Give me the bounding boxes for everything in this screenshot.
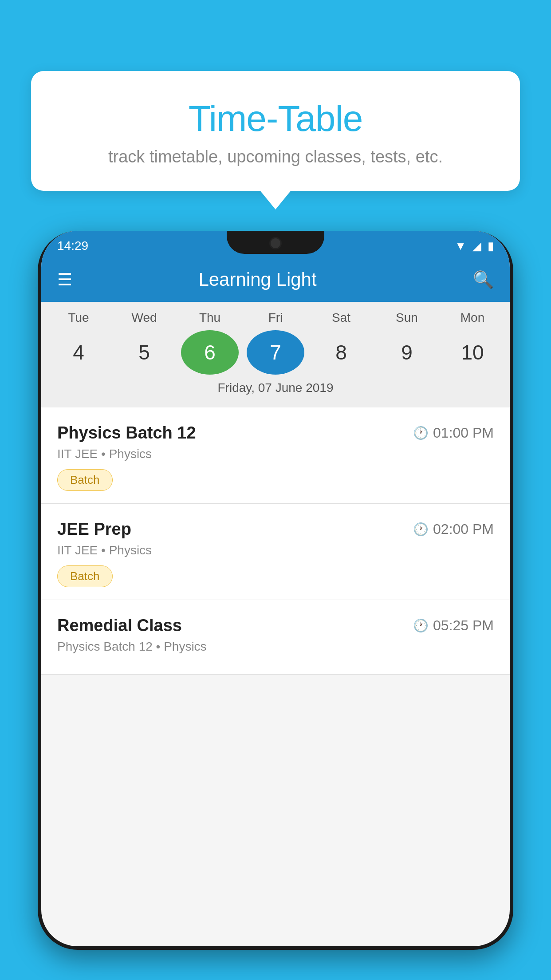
calendar-strip: Tue Wed Thu Fri Sat Sun Mon 4 5 6 7 8 9 … [41, 302, 510, 407]
date-row: 4 5 6 7 8 9 10 [46, 330, 505, 375]
schedule-item-2-title: JEE Prep [57, 520, 131, 539]
phone-frame: 14:29 ▼ ◢ ▮ ☰ Learning Light 🔍 Tu [38, 231, 513, 950]
day-fri: Fri [247, 311, 304, 325]
status-icons: ▼ ◢ ▮ [455, 239, 494, 253]
phone-camera [269, 237, 282, 249]
date-10[interactable]: 10 [444, 330, 501, 375]
signal-icon: ◢ [472, 239, 481, 253]
day-sun: Sun [378, 311, 436, 325]
hamburger-icon[interactable]: ☰ [57, 271, 72, 288]
batch-badge-2: Batch [57, 565, 113, 587]
search-icon[interactable]: 🔍 [473, 270, 494, 289]
schedule-item-2-subtitle: IIT JEE • Physics [57, 543, 494, 557]
schedule-item-2[interactable]: JEE Prep 🕐 02:00 PM IIT JEE • Physics Ba… [41, 504, 510, 600]
schedule-item-1-time-text: 01:00 PM [433, 425, 494, 441]
schedule-item-3-subtitle: Physics Batch 12 • Physics [57, 640, 494, 654]
phone-screen: 14:29 ▼ ◢ ▮ ☰ Learning Light 🔍 Tu [41, 231, 510, 946]
schedule-item-3-time: 🕐 05:25 PM [413, 617, 494, 634]
schedule-item-2-header: JEE Prep 🕐 02:00 PM [57, 520, 494, 539]
day-sat: Sat [312, 311, 370, 325]
wifi-icon: ▼ [455, 239, 466, 253]
clock-icon-1: 🕐 [413, 426, 429, 440]
date-7-selected[interactable]: 7 [247, 330, 304, 375]
date-9[interactable]: 9 [378, 330, 436, 375]
schedule-item-3-time-text: 05:25 PM [433, 617, 494, 634]
power-button-top [510, 399, 513, 435]
schedule-item-1[interactable]: Physics Batch 12 🕐 01:00 PM IIT JEE • Ph… [41, 407, 510, 504]
date-5[interactable]: 5 [115, 330, 173, 375]
day-tue: Tue [50, 311, 107, 325]
date-4[interactable]: 4 [50, 330, 107, 375]
batch-badge-1: Batch [57, 469, 113, 491]
clock-icon-2: 🕐 [413, 522, 429, 537]
power-button-bottom [510, 448, 513, 484]
clock-icon-3: 🕐 [413, 618, 429, 633]
schedule-item-3-header: Remedial Class 🕐 05:25 PM [57, 616, 494, 635]
schedule-item-3-title: Remedial Class [57, 616, 182, 635]
app-bar: ☰ Learning Light 🔍 [41, 257, 510, 302]
schedule-item-3[interactable]: Remedial Class 🕐 05:25 PM Physics Batch … [41, 600, 510, 675]
bubble-subtitle: track timetable, upcoming classes, tests… [53, 147, 498, 166]
battery-icon: ▮ [488, 239, 494, 253]
phone-wrapper: 14:29 ▼ ◢ ▮ ☰ Learning Light 🔍 Tu [38, 231, 513, 980]
day-mon: Mon [444, 311, 501, 325]
schedule-item-1-subtitle: IIT JEE • Physics [57, 447, 494, 461]
date-6-today[interactable]: 6 [181, 330, 239, 375]
day-row: Tue Wed Thu Fri Sat Sun Mon [46, 311, 505, 325]
day-wed: Wed [115, 311, 173, 325]
status-time: 14:29 [57, 239, 88, 253]
schedule-item-2-time-text: 02:00 PM [433, 521, 494, 537]
schedule-item-2-time: 🕐 02:00 PM [413, 521, 494, 537]
date-8[interactable]: 8 [312, 330, 370, 375]
speech-bubble: Time-Table track timetable, upcoming cla… [31, 71, 520, 191]
bubble-title: Time-Table [53, 98, 498, 139]
schedule-list: Physics Batch 12 🕐 01:00 PM IIT JEE • Ph… [41, 407, 510, 675]
selected-date-label: Friday, 07 June 2019 [46, 375, 505, 403]
volume-button [38, 435, 41, 470]
schedule-item-1-title: Physics Batch 12 [57, 423, 196, 443]
phone-notch [227, 231, 324, 254]
schedule-item-1-time: 🕐 01:00 PM [413, 425, 494, 441]
day-thu: Thu [181, 311, 239, 325]
schedule-item-1-header: Physics Batch 12 🕐 01:00 PM [57, 423, 494, 443]
app-bar-title: Learning Light [86, 269, 429, 290]
